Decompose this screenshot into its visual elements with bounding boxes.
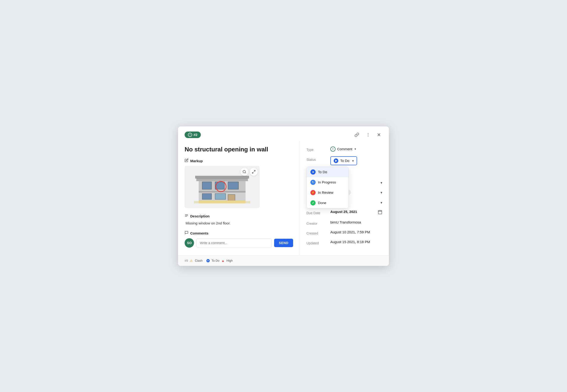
svg-line-22 — [252, 172, 254, 173]
updated-label: Updated — [306, 240, 328, 245]
due-date-value: August 25, 2021 — [330, 210, 375, 214]
markup-tools — [240, 168, 258, 176]
done-icon — [311, 200, 316, 206]
footer-item-1: #9 ⚠ Clash — [185, 259, 203, 263]
issue-badge: ! #2 — [185, 131, 201, 138]
dropdown-item-done[interactable]: Done — [307, 198, 348, 208]
svg-point-2 — [368, 136, 369, 137]
status-label: Status — [306, 156, 328, 161]
footer-status-text: To Do — [211, 259, 220, 262]
description-label: Description — [185, 214, 293, 218]
status-button-text: To Do — [340, 159, 349, 163]
left-panel: No structural opening in wall Markup — [178, 141, 300, 255]
status-button[interactable]: To Do ▾ — [330, 156, 357, 165]
status-dropdown: To Do In Progress In Review Done — [306, 167, 349, 208]
description-section-label: Description — [190, 214, 210, 218]
zoom-button[interactable] — [240, 168, 248, 176]
svg-rect-26 — [378, 210, 382, 214]
svg-rect-12 — [202, 194, 211, 199]
svg-line-20 — [245, 172, 246, 173]
markup-section-label: Markup — [190, 159, 203, 163]
svg-rect-14 — [228, 195, 235, 201]
type-icon: ! — [330, 146, 336, 152]
close-icon: ✕ — [377, 132, 381, 138]
comments-section: Comments SO SEND — [185, 231, 293, 248]
footer-warn-icon: ⚠ — [190, 259, 193, 263]
svg-rect-13 — [215, 194, 226, 199]
updated-value: August 15 2021, 8:18 PM — [330, 240, 382, 244]
modal-body: No structural opening in wall Markup — [178, 141, 389, 255]
inreview-label: In Review — [318, 191, 333, 195]
due-date-text: August 25, 2021 — [330, 210, 357, 214]
modal-footer: #9 ⚠ Clash To Do ▲ High — [178, 255, 389, 266]
footer-priority-text: High — [226, 259, 233, 262]
description-section: Description Missing window on 2nd floor. — [185, 214, 293, 225]
assignees-chevron-icon[interactable]: ▾ — [380, 180, 382, 185]
inprogress-icon — [311, 180, 316, 185]
comment-input-row: SO SEND — [185, 238, 293, 248]
svg-point-0 — [368, 133, 369, 134]
status-chevron-icon: ▾ — [352, 159, 354, 163]
expand-button[interactable] — [250, 168, 258, 176]
modal-header: ! #2 ✕ — [178, 126, 389, 141]
creator-field: Creator bimU Transformosa — [306, 220, 382, 225]
comment-input[interactable] — [196, 238, 272, 247]
issue-modal: ! #2 ✕ No structural opening in w — [178, 126, 389, 266]
status-value-container: To Do ▾ To Do In Progress — [330, 156, 382, 165]
comments-label: Comments — [185, 231, 293, 236]
link-button[interactable] — [353, 131, 361, 138]
dropdown-item-inreview[interactable]: In Review — [307, 187, 348, 198]
type-value-text: Comment — [337, 147, 352, 151]
pencil-icon — [185, 158, 188, 163]
svg-point-19 — [243, 170, 246, 173]
markup-section: Markup — [185, 158, 293, 208]
markup-image — [185, 166, 260, 208]
send-button[interactable]: SEND — [274, 239, 293, 247]
comments-section-label: Comments — [190, 231, 209, 235]
calendar-icon[interactable] — [378, 210, 382, 216]
footer-item-type: Clash — [195, 259, 202, 262]
due-date-field: Due Date August 25, 2021 — [306, 210, 382, 216]
created-value: August 10 2021, 7:59 PM — [330, 230, 382, 234]
type-field: Type ! Comment ▾ — [306, 146, 382, 152]
badge-number: #2 — [194, 133, 197, 137]
issue-title: No structural opening in wall — [185, 146, 293, 154]
header-actions: ✕ — [353, 131, 382, 139]
disciplines-chevron-icon[interactable]: ▾ — [380, 190, 382, 195]
svg-rect-18 — [199, 201, 246, 203]
status-todo-icon — [334, 158, 338, 163]
svg-point-1 — [368, 134, 369, 135]
done-label: Done — [318, 201, 326, 205]
avatar: SO — [185, 238, 194, 248]
todo-label: To Do — [318, 170, 327, 174]
close-button[interactable]: ✕ — [375, 131, 382, 139]
svg-line-21 — [254, 170, 255, 171]
type-value: ! Comment ▾ — [330, 146, 382, 152]
svg-rect-8 — [202, 182, 211, 189]
dropdown-item-inprogress[interactable]: In Progress — [307, 177, 348, 187]
creator-value: bimU Transformosa — [330, 220, 382, 224]
description-icon — [185, 214, 188, 218]
svg-rect-7 — [195, 176, 249, 179]
footer-priority-icon: ▲ — [221, 259, 225, 263]
creator-label: Creator — [306, 220, 328, 225]
zones-chevron-icon[interactable]: ▾ — [380, 200, 382, 205]
badge-icon: ! — [188, 133, 192, 137]
dropdown-item-todo[interactable]: To Do — [307, 167, 348, 177]
status-field: Status To Do ▾ To Do — [306, 156, 382, 165]
created-label: Created — [306, 230, 328, 235]
inreview-icon — [311, 190, 316, 195]
markup-label: Markup — [185, 158, 293, 163]
created-field: Created August 10 2021, 7:59 PM — [306, 230, 382, 235]
more-button[interactable] — [364, 131, 372, 138]
type-chevron-icon[interactable]: ▾ — [355, 147, 356, 151]
svg-rect-10 — [228, 182, 239, 189]
type-label: Type — [306, 146, 328, 152]
right-panel: Type ! Comment ▾ Status To Do ▾ — [300, 141, 389, 255]
description-text: Missing window on 2nd floor. — [186, 221, 293, 225]
footer-item-2: To Do ▲ High — [206, 259, 233, 263]
due-date-label: Due Date — [306, 210, 328, 215]
footer-status-dot — [206, 259, 210, 262]
todo-icon — [311, 169, 316, 175]
inprogress-label: In Progress — [318, 180, 336, 184]
